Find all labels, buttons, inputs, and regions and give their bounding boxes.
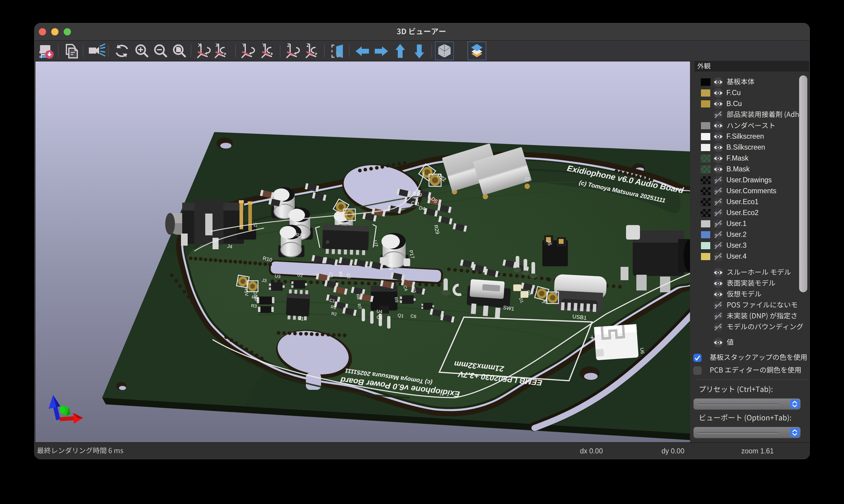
svg-text:R1: R1 <box>330 304 337 310</box>
svg-text:U3: U3 <box>274 273 281 279</box>
svg-text:J4: J4 <box>227 244 233 250</box>
svg-text:U4: U4 <box>376 308 383 314</box>
svg-text:C1: C1 <box>329 298 335 304</box>
svg-text:R6: R6 <box>251 294 258 301</box>
svg-text:U1: U1 <box>297 316 304 322</box>
svg-text:J5: J5 <box>547 240 553 246</box>
svg-text:R2: R2 <box>331 311 338 317</box>
svg-text:+: + <box>590 333 594 342</box>
svg-text:R3: R3 <box>251 303 257 309</box>
svg-text:Q1: Q1 <box>397 312 404 319</box>
svg-text:C6: C6 <box>410 313 416 319</box>
svg-text:U2: U2 <box>297 272 303 278</box>
svg-text:12: 12 <box>253 222 258 228</box>
svg-text:J3: J3 <box>262 277 267 283</box>
svg-text:U6: U6 <box>639 347 645 354</box>
svg-text:J6: J6 <box>541 299 547 304</box>
svg-text:C5: C5 <box>376 314 383 321</box>
svg-text:U7: U7 <box>372 240 379 248</box>
